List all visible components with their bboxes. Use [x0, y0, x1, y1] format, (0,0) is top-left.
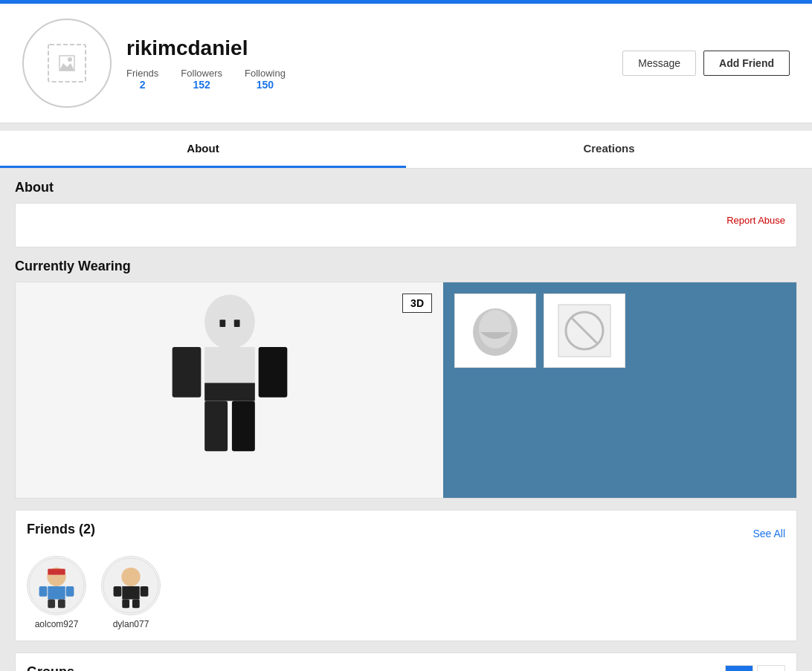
- friends-list: aolcom927: [27, 556, 785, 629]
- following-value: 150: [257, 79, 274, 91]
- avatar-placeholder: [45, 41, 89, 85]
- list-view-button[interactable]: [725, 665, 753, 672]
- main-content: About Creations About Report Abuse Curre…: [0, 131, 812, 671]
- svg-rect-9: [204, 401, 228, 452]
- followers-stat[interactable]: Followers 152: [181, 68, 222, 91]
- svg-rect-30: [132, 600, 140, 609]
- item-thumb-placeholder-1: [465, 301, 525, 360]
- svg-rect-28: [141, 586, 149, 597]
- svg-rect-0: [48, 45, 86, 82]
- svg-rect-23: [58, 600, 65, 609]
- svg-rect-22: [48, 600, 55, 609]
- svg-rect-27: [114, 586, 122, 597]
- svg-rect-18: [48, 569, 65, 575]
- friend-name-2: dylan077: [113, 619, 149, 629]
- svg-point-2: [204, 294, 255, 349]
- svg-rect-21: [66, 586, 74, 597]
- svg-rect-29: [122, 600, 129, 609]
- wearing-item-1[interactable]: [454, 294, 536, 368]
- item-thumb-placeholder-2: [555, 301, 614, 360]
- svg-rect-3: [219, 320, 225, 327]
- friend-avatar-1: [27, 556, 86, 615]
- wearing-title: Currently Wearing: [15, 259, 797, 274]
- message-button[interactable]: Message: [622, 51, 696, 76]
- content-area: About Report Abuse Currently Wearing: [0, 169, 812, 671]
- followers-label: Followers: [181, 68, 222, 79]
- about-title: About: [15, 180, 797, 195]
- friends-value: 2: [140, 79, 146, 91]
- wearing-item-2[interactable]: [544, 294, 625, 368]
- item-2-icon: [555, 301, 614, 360]
- character-svg: [155, 282, 304, 498]
- following-label: Following: [245, 68, 286, 79]
- friends-title: Friends (2): [27, 522, 95, 537]
- svg-rect-8: [258, 347, 287, 398]
- username: rikimcdaniel: [126, 36, 608, 60]
- avatar: [22, 19, 112, 108]
- svg-point-1: [68, 57, 72, 62]
- svg-rect-10: [231, 401, 254, 452]
- svg-rect-4: [233, 320, 239, 327]
- svg-rect-6: [204, 383, 255, 401]
- character-display: [16, 282, 443, 498]
- svg-rect-7: [172, 347, 201, 398]
- profile-stats: Friends 2 Followers 152 Following 150: [126, 68, 608, 91]
- following-stat[interactable]: Following 150: [245, 68, 286, 91]
- friend-item-1[interactable]: aolcom927: [27, 556, 86, 629]
- svg-rect-20: [39, 586, 48, 597]
- friend-name-1: aolcom927: [35, 619, 79, 629]
- svg-rect-26: [122, 586, 139, 600]
- friend-item-2[interactable]: dylan077: [101, 556, 161, 629]
- report-abuse-link[interactable]: Report Abuse: [27, 215, 785, 226]
- grid-view-button[interactable]: [757, 665, 785, 672]
- see-all-link[interactable]: See All: [753, 528, 785, 539]
- tab-about[interactable]: About: [0, 131, 406, 168]
- friend-1-avatar-icon: [28, 556, 86, 615]
- groups-section: Groups: [15, 652, 797, 671]
- add-friend-button[interactable]: Add Friend: [703, 51, 790, 76]
- tab-creations[interactable]: Creations: [406, 131, 812, 168]
- svg-point-25: [121, 568, 140, 586]
- friends-label: Friends: [126, 68, 158, 79]
- profile-header: rikimcdaniel Friends 2 Followers 152 Fol…: [0, 4, 812, 123]
- friend-2-avatar-icon: [102, 556, 160, 615]
- view-toggle: [725, 665, 785, 672]
- friend-avatar-2: [101, 556, 161, 615]
- friends-header: Friends (2) See All: [27, 522, 785, 545]
- wearing-preview: 3D: [16, 282, 443, 498]
- btn-3d[interactable]: 3D: [402, 294, 432, 313]
- avatar-icon: [45, 41, 89, 85]
- tabs-container: About Creations: [0, 131, 812, 169]
- about-box: Report Abuse: [15, 203, 797, 247]
- wearing-section: Currently Wearing: [15, 259, 797, 499]
- profile-actions: Message Add Friend: [622, 51, 790, 76]
- svg-rect-19: [48, 586, 65, 600]
- svg-point-12: [479, 310, 512, 349]
- friends-stat[interactable]: Friends 2: [126, 68, 158, 91]
- wearing-items: [443, 282, 796, 498]
- friends-section: Friends (2) See All: [15, 510, 797, 641]
- groups-header: Groups: [27, 664, 785, 671]
- item-1-icon: [465, 301, 525, 360]
- groups-title: Groups: [27, 664, 74, 671]
- wearing-container: 3D: [15, 282, 797, 499]
- followers-value: 152: [193, 79, 210, 91]
- profile-info: rikimcdaniel Friends 2 Followers 152 Fol…: [126, 36, 608, 91]
